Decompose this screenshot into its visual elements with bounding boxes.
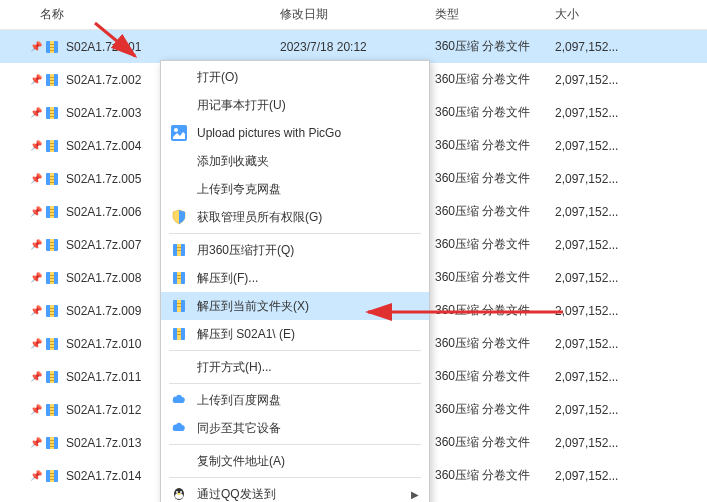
file-name: S02A1.7z.013 [66,436,141,450]
file-name: S02A1.7z.009 [66,304,141,318]
svg-rect-13 [50,113,54,114]
svg-rect-24 [50,182,54,183]
archive-file-icon [44,303,60,319]
file-size-cell: 2,097,152... [555,139,655,153]
menu-admin[interactable]: 获取管理员所有权限(G) [161,203,429,231]
svg-rect-4 [50,50,54,51]
file-name: S02A1.7z.010 [66,337,141,351]
pin-icon: 📌 [30,305,38,316]
menu-copy-address[interactable]: 复制文件地址(A) [161,447,429,475]
svg-rect-47 [50,341,54,342]
archive-file-icon [44,204,60,220]
shield-icon [169,207,189,227]
annotation-arrow [358,302,568,322]
file-size-cell: 2,097,152... [555,238,655,252]
svg-rect-57 [50,407,54,408]
blank-icon [169,357,189,377]
menu-label: 上传到百度网盘 [197,392,281,409]
menu-extract-to[interactable]: 解压到(F)... [161,264,429,292]
file-type-cell: 360压缩 分卷文件 [435,71,555,88]
pin-icon: 📌 [30,437,38,448]
picgo-icon [169,123,189,143]
file-name: S02A1.7z.014 [66,469,141,483]
menu-separator [169,350,421,351]
cloud-icon [169,390,189,410]
menu-open[interactable]: 打开(O) [161,63,429,91]
archive-icon [169,324,189,344]
archive-file-icon [44,435,60,451]
menu-label: Upload pictures with PicGo [197,126,341,140]
svg-rect-54 [50,380,54,381]
qq-icon [169,484,189,502]
svg-rect-22 [50,176,54,177]
archive-file-icon [44,39,60,55]
file-name: S02A1.7z.004 [66,139,141,153]
svg-point-91 [180,491,182,493]
menu-extract-folder[interactable]: 解压到 S02A1\ (E) [161,320,429,348]
svg-rect-33 [50,245,54,246]
file-name: S02A1.7z.011 [66,370,141,384]
svg-rect-86 [177,331,181,332]
pin-icon: 📌 [30,470,38,481]
header-date[interactable]: 修改日期 [280,6,435,23]
header-size[interactable]: 大小 [555,6,655,23]
menu-baidu[interactable]: 上传到百度网盘 [161,386,429,414]
menu-open360[interactable]: 用360压缩打开(Q) [161,236,429,264]
file-type-cell: 360压缩 分卷文件 [435,104,555,121]
svg-rect-7 [50,77,54,78]
pin-icon: 📌 [30,239,38,250]
file-name: S02A1.7z.007 [66,238,141,252]
header-type[interactable]: 类型 [435,6,555,23]
svg-rect-63 [50,443,54,444]
archive-file-icon [44,171,60,187]
svg-rect-52 [50,374,54,375]
menu-notepad[interactable]: 用记事本打开(U) [161,91,429,119]
archive-file-icon [44,369,60,385]
menu-favorites[interactable]: 添加到收藏夹 [161,147,429,175]
svg-point-90 [176,491,178,493]
menu-open-with[interactable]: 打开方式(H)... [161,353,429,381]
pin-icon: 📌 [30,272,38,283]
menu-label: 解压到 S02A1\ (E) [197,326,295,343]
pin-icon: 📌 [30,404,38,415]
svg-rect-14 [50,116,54,117]
svg-line-93 [95,23,135,56]
file-name: S02A1.7z.002 [66,73,141,87]
archive-file-icon [44,270,60,286]
blank-icon [169,95,189,115]
file-type-cell: 360压缩 分卷文件 [435,203,555,220]
file-type-cell: 360压缩 分卷文件 [435,467,555,484]
archive-file-icon [44,138,60,154]
svg-rect-82 [177,303,181,304]
menu-label: 添加到收藏夹 [197,153,269,170]
svg-rect-8 [50,80,54,81]
menu-label: 获取管理员所有权限(G) [197,209,322,226]
svg-rect-3 [50,47,54,48]
svg-rect-37 [50,275,54,276]
svg-rect-28 [50,212,54,213]
pin-icon: 📌 [30,74,38,85]
svg-rect-44 [50,314,54,315]
file-type-cell: 360压缩 分卷文件 [435,269,555,286]
menu-kuake[interactable]: 上传到夸克网盘 [161,175,429,203]
menu-qq[interactable]: 通过QQ发送到 ▶ [161,480,429,502]
file-type-cell: 360压缩 分卷文件 [435,170,555,187]
svg-point-71 [174,128,178,132]
svg-rect-58 [50,410,54,411]
file-size-cell: 2,097,152... [555,73,655,87]
svg-rect-68 [50,476,54,477]
svg-rect-12 [50,110,54,111]
menu-label: 打开方式(H)... [197,359,272,376]
menu-sync[interactable]: 同步至其它设备 [161,414,429,442]
menu-separator [169,444,421,445]
file-size-cell: 2,097,152... [555,271,655,285]
file-size-cell: 2,097,152... [555,172,655,186]
menu-label: 用360压缩打开(Q) [197,242,294,259]
svg-rect-62 [50,440,54,441]
archive-file-icon [44,105,60,121]
svg-rect-83 [177,306,181,307]
archive-file-icon [44,336,60,352]
menu-picgo[interactable]: Upload pictures with PicGo [161,119,429,147]
pin-icon: 📌 [30,140,38,151]
file-size-cell: 2,097,152... [555,370,655,384]
